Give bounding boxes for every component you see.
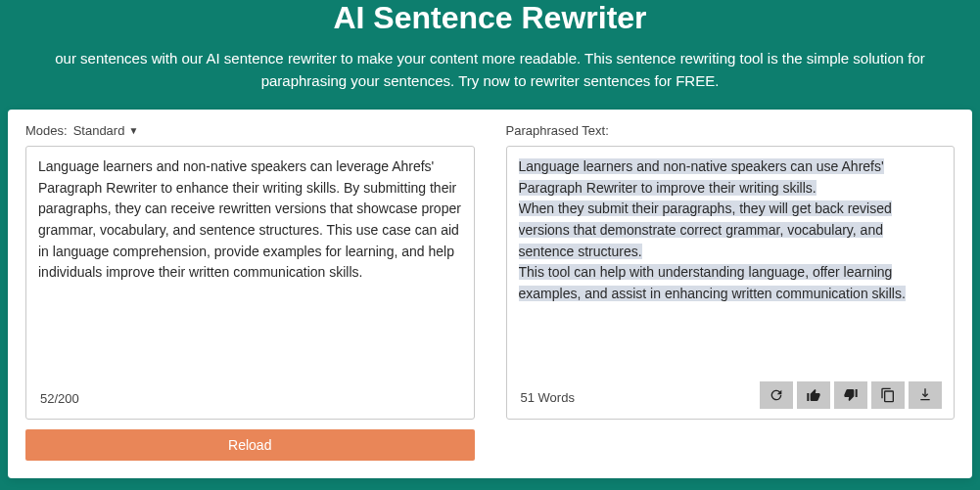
output-pane: Paraphrased Text: Language learners and … <box>506 123 956 461</box>
output-sentence: When they submit their paragraphs, they … <box>519 200 892 258</box>
download-icon <box>917 387 933 403</box>
page-subtitle: our sentences with our AI sentence rewri… <box>20 48 960 92</box>
output-sentence: Language learners and non-native speaker… <box>519 158 884 196</box>
word-count: 51 Words <box>519 382 577 408</box>
thumbs-down-icon <box>843 387 859 403</box>
output-sentence: This tool can help with understanding la… <box>519 264 906 301</box>
modes-label: Modes: <box>25 123 68 138</box>
output-textbox: Language learners and non-native speaker… <box>506 146 956 420</box>
output-toolbar <box>760 381 942 409</box>
copy-button[interactable] <box>871 381 905 409</box>
input-counter: 52/200 <box>38 383 462 409</box>
thumbs-down-button[interactable] <box>834 381 867 409</box>
modes-row: Modes: Standard ▼ <box>25 123 475 138</box>
thumbs-up-button[interactable] <box>797 381 830 409</box>
thumbs-up-icon <box>806 387 821 403</box>
mode-dropdown[interactable]: Standard ▼ <box>73 123 139 138</box>
page-title: AI Sentence Rewriter <box>20 0 960 36</box>
main-card: Modes: Standard ▼ Language learners and … <box>8 110 972 478</box>
page-header: AI Sentence Rewriter our sentences with … <box>0 0 980 92</box>
refresh-button[interactable] <box>760 381 793 409</box>
output-label: Paraphrased Text: <box>506 123 956 138</box>
reload-button[interactable]: Reload <box>25 429 475 461</box>
refresh-icon <box>769 387 784 403</box>
output-footer: 51 Words <box>519 376 943 409</box>
input-text: Language learners and non-native speaker… <box>38 156 462 383</box>
input-pane: Modes: Standard ▼ Language learners and … <box>25 123 475 461</box>
chevron-down-icon: ▼ <box>128 125 138 136</box>
copy-icon <box>880 387 896 403</box>
download-button[interactable] <box>909 381 942 409</box>
output-text: Language learners and non-native speaker… <box>519 156 943 376</box>
input-textbox[interactable]: Language learners and non-native speaker… <box>25 146 475 420</box>
mode-selected: Standard <box>73 123 125 138</box>
